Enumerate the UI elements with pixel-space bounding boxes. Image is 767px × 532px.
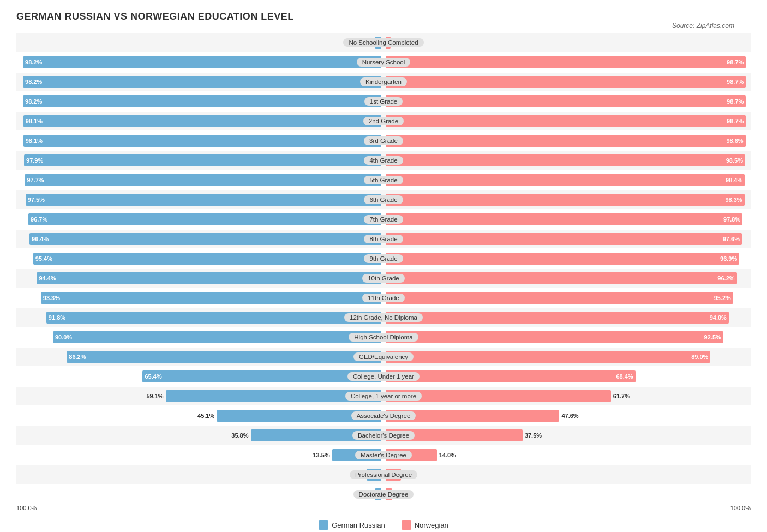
left-bar-value: 13.5% [313, 452, 329, 458]
left-bar-value: 98.2% [25, 98, 42, 105]
left-bar-value: 65.4% [145, 373, 161, 380]
table-row: 97.5%98.3%6th Grade [16, 190, 751, 209]
left-bar: 86.2% [67, 351, 381, 363]
left-bar-section: 93.3% [16, 289, 384, 307]
table-row: 59.1%61.7%College, 1 year or more [16, 387, 751, 405]
right-bar-section: 37.5% [384, 426, 751, 445]
right-bar-value: 1.8% [394, 491, 408, 498]
legend-box-right [402, 520, 411, 530]
table-row: 45.1%47.6%Associate's Degree [16, 407, 751, 425]
right-bar-value: 94.0% [710, 314, 727, 321]
left-bar: 90.0% [53, 331, 381, 343]
left-bar-value: 95.4% [35, 255, 52, 262]
table-row: 35.8%37.5%Bachelor's Degree [16, 426, 751, 445]
right-bar: 97.8% [386, 213, 742, 225]
right-bar: 96.9% [386, 253, 739, 265]
right-bar [386, 429, 523, 441]
table-row: 98.2%98.7%Kindergarten [16, 73, 751, 91]
right-bar-value: 98.5% [726, 157, 743, 164]
right-bar: 92.5% [386, 331, 723, 343]
right-bar-section: 96.9% [384, 249, 751, 268]
left-bar-section: 59.1% [16, 387, 384, 405]
right-bar-value: 47.6% [561, 413, 578, 419]
right-bar: 98.5% [386, 154, 745, 166]
left-bar [375, 37, 381, 49]
table-row: 98.2%98.7%1st Grade [16, 92, 751, 111]
right-bar: 89.0% [386, 351, 710, 363]
left-bar-section: 90.0% [16, 328, 384, 346]
left-bar-section: 97.5% [16, 190, 384, 209]
left-bar-section: 35.8% [16, 426, 384, 445]
left-bar-section: 1.8% [16, 485, 384, 504]
left-bar-section: 97.7% [16, 171, 384, 189]
right-bar: 98.7% [386, 76, 746, 88]
left-bar: 98.2% [23, 76, 381, 88]
left-bar: 96.7% [28, 213, 381, 225]
table-row: 91.8%94.0%12th Grade, No Diploma [16, 308, 751, 327]
right-bar: 97.6% [386, 233, 742, 245]
left-bar-value: 90.0% [55, 334, 72, 340]
left-bar-section: 96.7% [16, 210, 384, 229]
right-bar-section: 89.0% [384, 348, 751, 366]
right-bar: 98.3% [386, 194, 745, 206]
right-bar-value: 96.2% [717, 275, 734, 282]
right-bar: 98.6% [386, 135, 746, 147]
left-bar-section: 13.5% [16, 446, 384, 464]
right-bar-section: 98.7% [384, 73, 751, 91]
left-bar-section: 45.1% [16, 407, 384, 425]
table-row: 97.9%98.5%4th Grade [16, 151, 751, 170]
right-bar: 96.2% [386, 272, 737, 284]
left-bar-section: 94.4% [16, 269, 384, 288]
left-bar [217, 410, 381, 422]
right-bar-section: 96.2% [384, 269, 751, 288]
left-bar-value: 97.9% [26, 157, 43, 164]
right-bar: 98.7% [386, 56, 746, 68]
table-row: 86.2%89.0%GED/Equivalency [16, 348, 751, 366]
table-row: 13.5%14.0%Master's Degree [16, 446, 751, 464]
right-bar-section: 68.4% [384, 367, 751, 386]
left-bar-value: 1.8% [359, 491, 373, 498]
source-label: Source: ZipAtlas.com [672, 22, 734, 29]
right-bar-value: 98.4% [726, 177, 742, 183]
right-bar-value: 98.7% [727, 79, 744, 85]
table-row: 65.4%68.4%College, Under 1 year [16, 367, 751, 386]
left-bar-value: 98.2% [25, 59, 42, 65]
right-bar-value: 98.7% [727, 59, 744, 65]
right-bar: 98.7% [386, 95, 746, 107]
table-row: 98.2%98.7%Nursery School [16, 53, 751, 71]
left-bar-value: 45.1% [197, 413, 214, 419]
right-bar: 94.0% [386, 312, 729, 324]
table-row: 90.0%92.5%High School Diploma [16, 328, 751, 346]
left-bar-section: 1.8% [16, 33, 384, 52]
left-bar: 95.4% [33, 253, 381, 265]
right-bar-value: 14.0% [439, 452, 456, 458]
right-bar-value: 97.6% [723, 236, 740, 242]
right-bar-value: 37.5% [525, 432, 542, 439]
right-bar: 95.2% [386, 292, 733, 304]
table-row: 93.3%95.2%11th Grade [16, 289, 751, 307]
chart-container: 1.8%1.3%No Schooling Completed98.2%98.7%… [16, 33, 751, 530]
right-bar-section: 98.7% [384, 112, 751, 130]
left-bar: 65.4% [142, 370, 381, 382]
left-bar-section: 95.4% [16, 249, 384, 268]
left-bar-value: 98.2% [25, 79, 42, 85]
right-bar: 68.4% [386, 370, 636, 382]
right-bar-value: 97.8% [723, 216, 740, 223]
left-bar [367, 469, 381, 481]
right-bar-section: 47.6% [384, 407, 751, 425]
left-bar [332, 449, 381, 461]
left-bar: 98.2% [23, 56, 381, 68]
left-bar-value: 94.4% [39, 275, 56, 282]
right-bar-value: 98.7% [727, 118, 744, 124]
right-bar [386, 449, 437, 461]
right-bar-section: 94.0% [384, 308, 751, 327]
left-bar: 98.1% [23, 135, 381, 147]
left-bar: 98.2% [23, 95, 381, 107]
right-bar-section: 98.5% [384, 151, 751, 170]
left-bar-section: 98.2% [16, 92, 384, 111]
table-row: 98.1%98.6%3rd Grade [16, 131, 751, 150]
left-bar-value: 98.1% [26, 118, 43, 124]
legend-label-right: Norwegian [415, 521, 448, 529]
table-row: 96.4%97.6%8th Grade [16, 230, 751, 248]
left-bar-section: 86.2% [16, 348, 384, 366]
